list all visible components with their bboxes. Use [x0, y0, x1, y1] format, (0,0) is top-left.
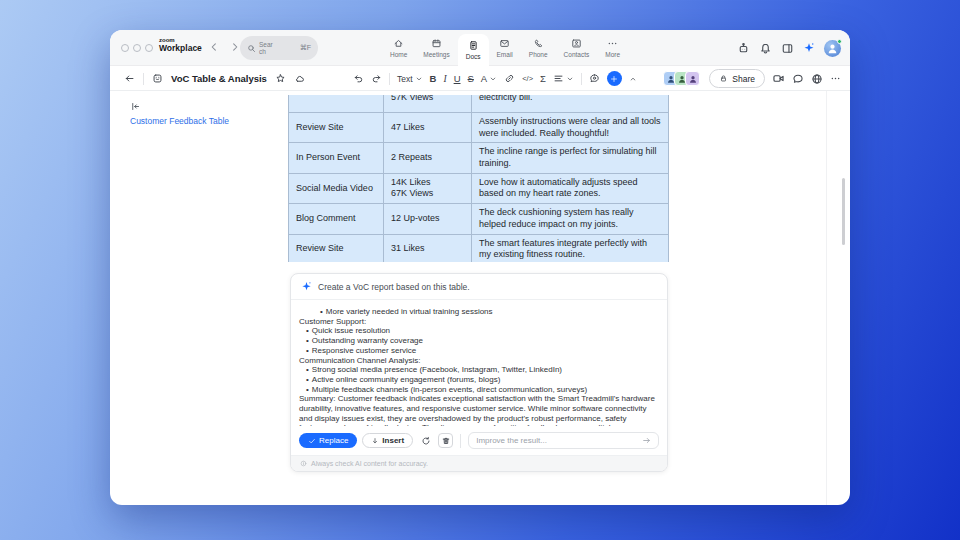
more-dots-icon [607, 38, 618, 49]
search-placeholder: Search [259, 41, 274, 55]
table-cell[interactable]: Review Site [289, 234, 384, 262]
text-style-dropdown[interactable]: Text [397, 74, 423, 84]
insert-button[interactable]: Insert [362, 433, 413, 448]
online-status-dot [837, 39, 843, 45]
italic-button[interactable]: I [443, 74, 446, 84]
layout-icon[interactable] [781, 42, 794, 55]
phone-icon [533, 38, 544, 49]
table-cell[interactable]: Love how it automatically adjusts speed … [472, 173, 669, 203]
tab-email[interactable]: Email [489, 30, 521, 66]
share-button[interactable]: Share [709, 69, 765, 88]
history-back-icon[interactable] [208, 41, 220, 53]
arrow-down-icon [371, 437, 379, 445]
ai-sparkle-icon[interactable] [803, 42, 815, 54]
table-cell[interactable]: 2 Repeats [384, 143, 472, 173]
window-zoom-button[interactable] [145, 44, 153, 52]
submit-arrow-icon[interactable] [642, 436, 651, 445]
tab-phone[interactable]: Phone [521, 30, 556, 66]
bell-icon[interactable] [759, 42, 772, 55]
code-button[interactable]: </> [522, 74, 533, 83]
tab-docs[interactable]: Docs [458, 34, 489, 66]
table-cell[interactable] [289, 95, 384, 113]
collapse-toolbar-button[interactable] [629, 75, 637, 83]
bold-button[interactable]: B [430, 73, 437, 84]
text-color-dropdown[interactable]: A [481, 73, 497, 84]
table-cell[interactable]: 31 Likes [384, 234, 472, 262]
replace-button[interactable]: Replace [299, 433, 357, 448]
window-controls[interactable] [121, 44, 153, 52]
regenerate-button[interactable] [418, 433, 433, 448]
strikethrough-button[interactable]: S [468, 73, 474, 84]
tab-contacts[interactable]: Contacts [556, 30, 598, 66]
table-row: Review Site47 LikesAssembly instructions… [289, 113, 669, 143]
window-close-button[interactable] [121, 44, 129, 52]
ai-prompt-header: Create a VoC report based on this table. [291, 274, 667, 300]
ai-line: Summary: Customer feedback indicates exc… [299, 394, 657, 426]
chat-button[interactable] [792, 73, 804, 85]
collaborator-avatars[interactable] [663, 71, 700, 86]
video-call-button[interactable] [772, 72, 785, 85]
delete-result-button[interactable] [438, 433, 453, 448]
undo-button[interactable] [353, 73, 364, 84]
ai-line: •Outstanding warranty coverage [299, 336, 657, 346]
tab-meetings[interactable]: Meetings [415, 30, 457, 66]
ai-line: Customer Support: [299, 317, 657, 327]
ai-disclaimer: Always check AI content for accuracy. [291, 455, 667, 471]
lock-icon [719, 74, 728, 83]
window-minimize-button[interactable] [133, 44, 141, 52]
back-button[interactable] [124, 73, 135, 84]
table-cell[interactable]: The incline range is perfect for simulat… [472, 143, 669, 173]
doc-icon [468, 40, 479, 51]
table-cell[interactable]: 47 Likes [384, 113, 472, 143]
tab-more[interactable]: More [597, 30, 628, 66]
redo-button[interactable] [371, 73, 382, 84]
formula-button[interactable]: Σ [540, 73, 546, 84]
docs-hub-icon[interactable] [152, 73, 163, 84]
zoom-workplace-window: zoom Workplace Search ⌘F HomeMeetingsDoc… [110, 30, 850, 505]
table-cell[interactable]: The deck cushioning system has really he… [472, 204, 669, 234]
ai-line: •More variety needed in virtual training… [299, 307, 657, 317]
more-options-button[interactable] [830, 73, 841, 84]
align-dropdown[interactable] [553, 73, 574, 84]
contacts-icon [571, 38, 582, 49]
improve-result-input[interactable] [476, 436, 638, 445]
table-cell[interactable]: Blog Comment [289, 204, 384, 234]
table-cell[interactable]: Assembly instructions were clear and all… [472, 113, 669, 143]
ai-line: •Multiple feedback channels (in-person e… [299, 385, 657, 395]
assistant-icon[interactable] [737, 42, 750, 55]
vertical-scrollbar[interactable] [842, 178, 845, 245]
table-cell[interactable]: In Person Event [289, 143, 384, 173]
insert-block-button[interactable] [607, 71, 622, 86]
table-cell[interactable]: Social Media Video [289, 173, 384, 203]
sidebar-outline-item[interactable]: Customer Feedback Table [130, 116, 229, 126]
cloud-saved-icon [294, 73, 305, 84]
ai-prompt-text: Create a VoC report based on this table. [318, 282, 470, 292]
tab-home[interactable]: Home [382, 30, 415, 66]
align-icon [553, 73, 564, 84]
table-cell[interactable]: Review Site [289, 113, 384, 143]
info-icon [300, 460, 307, 467]
link-button[interactable] [504, 73, 515, 84]
ai-generated-content: •More variety needed in virtual training… [291, 300, 667, 426]
table-cell[interactable]: 14K Likes 67K Views [384, 173, 472, 203]
comment-button[interactable] [589, 73, 600, 84]
plus-icon [610, 75, 618, 83]
search-shortcut: ⌘F [300, 44, 311, 52]
table-cell[interactable]: 12 Up-votes [384, 204, 472, 234]
globe-button[interactable] [811, 73, 823, 85]
global-search-input[interactable]: Search ⌘F [240, 36, 318, 60]
chevron-down-icon [489, 75, 497, 83]
chevron-down-icon [415, 75, 423, 83]
ai-line: •Quick issue resolution [299, 326, 657, 336]
table-cell[interactable]: The smart features integrate perfectly w… [472, 234, 669, 262]
collapse-sidebar-button[interactable] [130, 101, 141, 112]
table-cell[interactable]: 57K Views [384, 95, 472, 113]
user-avatar[interactable] [824, 40, 841, 57]
ai-line: •Responsive customer service [299, 346, 657, 356]
improve-result-field[interactable] [468, 432, 659, 449]
mail-icon [499, 38, 510, 49]
underline-button[interactable]: U [454, 73, 461, 84]
refresh-icon [421, 436, 431, 446]
table-cell[interactable]: electricity bill. [472, 95, 669, 113]
favorite-star-icon[interactable] [275, 73, 286, 84]
